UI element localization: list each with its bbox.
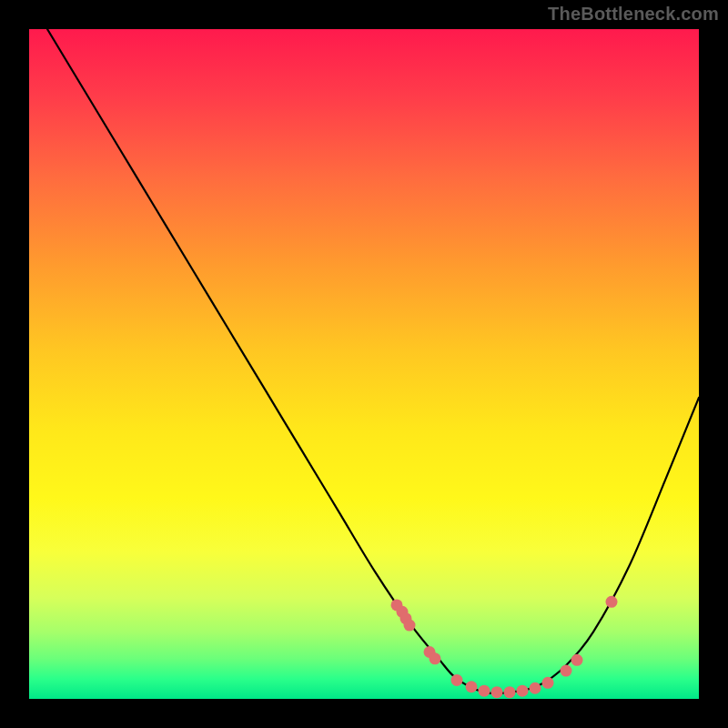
highlight-dot: [479, 685, 490, 697]
highlight-dot: [504, 686, 516, 698]
chart-svg: [29, 29, 699, 699]
highlight-dot: [491, 686, 503, 698]
highlight-dot: [517, 685, 529, 697]
highlight-dot: [571, 654, 583, 666]
highlight-dot: [542, 677, 554, 689]
highlight-dot: [404, 620, 416, 632]
highlight-dot: [451, 674, 463, 686]
watermark-text: TheBottleneck.com: [548, 4, 719, 25]
highlight-dot: [530, 682, 541, 694]
highlight-dot: [606, 596, 618, 608]
highlight-dot: [561, 665, 572, 677]
highlight-dot: [466, 681, 478, 693]
bottleneck-curve-line: [47, 29, 699, 693]
highlight-dot: [430, 652, 441, 664]
chart-plot-area: [29, 29, 699, 699]
